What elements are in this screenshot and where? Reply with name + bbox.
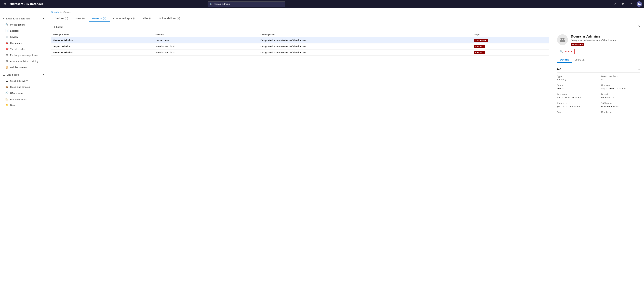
sidebar-item-threat-tracker[interactable]: 🎯 Threat tracker (0, 46, 47, 52)
campaigns-icon: 📣 (6, 41, 8, 45)
export-icon: ⬇ (53, 26, 55, 28)
search-bar[interactable]: 🔍 ✕ (208, 1, 285, 7)
email-collab-icon: ✉ (3, 18, 4, 20)
table-row[interactable]: Super Admins domain1.test.local Designat… (51, 43, 549, 50)
info-section-label: Info (557, 68, 562, 71)
settings-icon[interactable]: ⚙ (620, 1, 626, 7)
info-field-type: Type Security (557, 75, 596, 81)
detail-tab-users[interactable]: Users (5) (572, 57, 588, 63)
svg-point-3 (562, 40, 565, 42)
search-clear-icon[interactable]: ✕ (282, 3, 284, 6)
sidebar-item-explorer[interactable]: 📊 Explorer (0, 28, 47, 34)
sidebar-item-review[interactable]: 📋 Review (0, 34, 47, 40)
sidebar-section-cloud[interactable]: ☁ Cloud apps ∧ (0, 72, 47, 78)
info-last-seen-value: Sep 3, 2023 10:16 AM (557, 96, 596, 99)
panel-nav-up-button[interactable]: ↑ (624, 24, 630, 29)
sidebar-item-oauth-apps[interactable]: 🔗 OAuth apps (0, 90, 47, 96)
sidebar-item-label: Cloud app catalog (10, 86, 30, 88)
detail-sensitive-badge: SENSITIVE (570, 43, 584, 46)
info-scope-label: Scope (557, 84, 596, 87)
sidebar-item-label: Review (10, 36, 18, 38)
cell-group-name: Domain Admins (51, 50, 153, 56)
detail-avatar (557, 34, 568, 45)
detail-tab-details[interactable]: Details (557, 57, 572, 63)
info-field-member-of: Member of (601, 111, 640, 114)
table-row[interactable]: Domain Admins contoso.com Designated adm… (51, 37, 549, 43)
detail-panel-header: ↑ ↓ ✕ (553, 22, 644, 31)
files-icon: 📁 (6, 104, 8, 107)
info-domain-value: contoso.com (601, 96, 640, 99)
sidebar-toggle[interactable]: ☰ (0, 8, 47, 16)
apps-icon[interactable]: ⊞ (2, 1, 8, 7)
content-body: ⬇ Export Group Name Domain Description T… (47, 22, 644, 286)
svg-point-0 (560, 38, 562, 40)
cloud-apps-label: Cloud apps (6, 74, 19, 76)
tab-files[interactable]: Files (0) (140, 15, 156, 22)
detail-title: Domain Admins (570, 34, 616, 38)
export-button[interactable]: ⬇ Export (51, 25, 65, 29)
breadcrumb: Search > Groups (51, 11, 640, 13)
sidebar-item-files[interactable]: 📁 Files (0, 102, 47, 108)
sidebar-item-cloud-discovery[interactable]: ☁ Cloud discovery (0, 78, 47, 84)
breadcrumb-groups: Groups (64, 11, 71, 13)
sidebar-item-cloud-app-catalog[interactable]: 📦 Cloud app catalog (0, 84, 47, 90)
tab-groups[interactable]: Groups (3) (89, 15, 110, 22)
info-created-on-value: Jan 11, 2018 9:45 PM (557, 105, 596, 108)
review-icon: 📋 (6, 35, 8, 38)
cell-description: Designated administrators of the domain (258, 37, 472, 43)
avatar[interactable]: TA (636, 1, 642, 7)
sidebar-item-label: Exchange message trace (10, 54, 38, 56)
investigations-icon: 🔍 (6, 23, 8, 26)
info-type-label: Type (557, 75, 596, 78)
sidebar-item-app-governance[interactable]: 📐 App governance (0, 96, 47, 102)
tab-devices[interactable]: Devices (0) (51, 15, 72, 22)
help-icon[interactable]: ? (628, 1, 634, 7)
cloud-discovery-icon: ☁ (6, 79, 8, 82)
sidebar-item-label: Files (10, 104, 15, 106)
search-icon: 🔍 (210, 3, 212, 6)
cell-tags: SENSI... (472, 43, 549, 50)
breadcrumb-search[interactable]: Search (51, 11, 59, 13)
tab-connected-apps[interactable]: Connected apps (0) (110, 15, 140, 22)
info-section-header[interactable]: Info ∧ (557, 66, 640, 73)
info-sam-name-value: Domain Admins (601, 105, 640, 108)
sensitive-badge: SENSITIVE (474, 39, 488, 42)
sidebar-item-attack-simulation[interactable]: 🛡 Attack simulation training (0, 58, 47, 64)
tab-users[interactable]: Users (0) (72, 15, 89, 22)
cell-domain: domain1.test.local (153, 43, 258, 50)
share-icon[interactable]: ↗ (612, 1, 618, 7)
cell-group-name: Super Admins (51, 43, 153, 50)
detail-title-info: Domain Admins Designated administrators … (570, 34, 616, 46)
layout: ☰ ✉ Email & collaboration ∧ 🔍 Investigat… (0, 8, 644, 286)
toolbar: ⬇ Export (51, 25, 549, 29)
info-field-first-seen: First seen Sep 3, 2018 11:03 AM (601, 84, 640, 90)
table-row[interactable]: Domain Admins domain2.test.local Designa… (51, 50, 549, 56)
sidebar-item-label: Explorer (10, 30, 19, 32)
attack-sim-icon: 🛡 (6, 60, 8, 63)
sidebar-item-exchange[interactable]: ✉ Exchange message trace (0, 52, 47, 58)
sidebar-item-label: Policies & rules (10, 66, 27, 69)
sidebar-item-policies[interactable]: 📜 Policies & rules (0, 64, 47, 70)
cell-domain: domain2.test.local (153, 50, 258, 56)
panel-nav-down-button[interactable]: ↓ (630, 24, 636, 29)
info-field-scope: Scope Global (557, 84, 596, 90)
col-tags: Tags (472, 32, 549, 37)
topbar-actions: ↗ ⚙ ? TA (612, 1, 642, 7)
cell-tags: SENSITIVE (472, 37, 549, 43)
cell-description: Designated administrators of the domain (258, 50, 472, 56)
detail-content: Domain Admins Designated administrators … (553, 31, 644, 120)
panel-close-button[interactable]: ✕ (636, 24, 642, 29)
sidebar-item-campaigns[interactable]: 📣 Campaigns (0, 40, 47, 46)
sidebar-item-label: Campaigns (10, 42, 22, 44)
tab-vulnerabilities[interactable]: Vulnerabilities (3) (156, 15, 184, 22)
go-hunt-button[interactable]: 🔍 Go hunt (557, 49, 575, 54)
sidebar-item-label: Cloud discovery (10, 80, 28, 82)
info-member-of-label: Member of (601, 111, 640, 113)
info-type-value: Security (557, 78, 596, 81)
info-created-on-label: Created on (557, 102, 596, 104)
sidebar-item-investigations[interactable]: 🔍 Investigations (0, 22, 47, 28)
breadcrumb-separator: > (60, 11, 62, 13)
sidebar-section-email[interactable]: ✉ Email & collaboration ∧ (0, 16, 47, 22)
oauth-apps-icon: 🔗 (6, 91, 8, 94)
search-input[interactable] (214, 3, 280, 6)
